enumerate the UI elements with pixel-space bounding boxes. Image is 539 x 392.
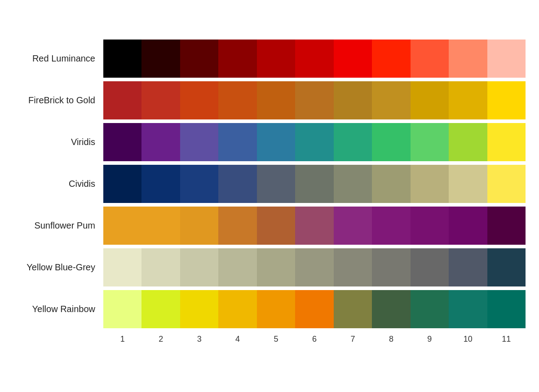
color-swatch — [218, 123, 256, 161]
axis-row: 1234567891011 — [13, 335, 526, 344]
color-swatch — [411, 40, 449, 78]
palette-label: Sunflower Pum — [13, 220, 103, 231]
color-swatch — [372, 248, 410, 286]
palette-label: Red Luminance — [13, 53, 103, 64]
color-swatch — [103, 207, 141, 245]
color-swatch — [487, 40, 526, 78]
color-swatch — [372, 290, 410, 328]
color-swatch — [295, 123, 333, 161]
color-swatch — [334, 165, 372, 203]
color-swatch — [449, 40, 487, 78]
axis-tick-label: 8 — [372, 335, 410, 344]
palette-label: Cividis — [13, 178, 103, 189]
color-swatch — [372, 40, 410, 78]
palette-swatches — [103, 290, 526, 328]
palette-row: FireBrick to Gold — [13, 81, 526, 119]
palette-swatches — [103, 207, 526, 245]
color-swatch — [449, 81, 487, 119]
palette-row: Viridis — [13, 123, 526, 161]
color-swatch — [411, 207, 449, 245]
color-swatch — [141, 40, 180, 78]
color-swatch — [487, 290, 526, 328]
color-swatch — [257, 207, 295, 245]
color-swatch — [295, 290, 333, 328]
color-swatch — [180, 290, 218, 328]
palette-swatches — [103, 40, 526, 78]
color-swatch — [218, 248, 256, 286]
axis-tick-label: 3 — [180, 335, 218, 344]
color-swatch — [180, 207, 218, 245]
color-swatch — [411, 123, 449, 161]
color-swatch — [103, 290, 141, 328]
color-swatch — [218, 81, 256, 119]
color-swatch — [449, 207, 487, 245]
color-swatch — [487, 207, 526, 245]
color-swatch — [257, 290, 295, 328]
palette-label: Yellow Rainbow — [13, 304, 103, 314]
color-swatch — [103, 165, 141, 203]
color-swatch — [180, 81, 218, 119]
color-swatch — [141, 81, 180, 119]
axis-tick-label: 9 — [411, 335, 449, 344]
axis-tick-label: 5 — [257, 335, 295, 344]
palette-row: Red Luminance — [13, 40, 526, 78]
color-swatch — [295, 40, 333, 78]
color-swatch — [449, 165, 487, 203]
color-swatch — [257, 123, 295, 161]
palette-label: Viridis — [13, 137, 103, 147]
axis-tick-label: 4 — [218, 335, 256, 344]
color-swatch — [449, 123, 487, 161]
axis-tick-label: 7 — [334, 335, 372, 344]
palette-swatches — [103, 81, 526, 119]
color-swatch — [141, 123, 180, 161]
color-swatch — [218, 165, 256, 203]
color-swatch — [295, 81, 333, 119]
axis-labels: 1234567891011 — [103, 335, 526, 344]
color-swatch — [180, 123, 218, 161]
palette-row: Cividis — [13, 165, 526, 203]
axis-tick-label: 1 — [103, 335, 141, 344]
color-swatch — [218, 207, 256, 245]
axis-tick-label: 11 — [487, 335, 526, 344]
palette-label: FireBrick to Gold — [13, 95, 103, 106]
palette-row: Yellow Blue-Grey — [13, 248, 526, 286]
color-swatch — [103, 81, 141, 119]
palette-swatches — [103, 248, 526, 286]
color-swatch — [487, 165, 526, 203]
axis-tick-label: 10 — [449, 335, 487, 344]
color-swatch — [487, 123, 526, 161]
color-swatch — [141, 248, 180, 286]
palette-swatches — [103, 123, 526, 161]
color-swatch — [487, 81, 526, 119]
color-swatch — [218, 290, 256, 328]
palette-row: Yellow Rainbow — [13, 290, 526, 328]
color-swatch — [141, 165, 180, 203]
color-swatch — [372, 207, 410, 245]
color-swatch — [334, 207, 372, 245]
color-swatch — [449, 290, 487, 328]
color-swatch — [372, 123, 410, 161]
color-swatch — [180, 40, 218, 78]
chart-container: Red LuminanceFireBrick to GoldViridisCiv… — [13, 40, 526, 344]
color-swatch — [103, 123, 141, 161]
color-swatch — [295, 248, 333, 286]
color-swatch — [103, 40, 141, 78]
color-swatch — [180, 248, 218, 286]
color-swatch — [141, 207, 180, 245]
color-swatch — [257, 40, 295, 78]
color-swatch — [103, 248, 141, 286]
color-swatch — [411, 165, 449, 203]
axis-tick-label: 6 — [295, 335, 333, 344]
color-swatch — [411, 81, 449, 119]
color-swatch — [218, 40, 256, 78]
color-swatch — [334, 123, 372, 161]
color-swatch — [334, 40, 372, 78]
color-swatch — [295, 207, 333, 245]
color-swatch — [411, 290, 449, 328]
color-swatch — [372, 165, 410, 203]
color-swatch — [257, 81, 295, 119]
axis-tick-label: 2 — [141, 335, 180, 344]
color-swatch — [295, 165, 333, 203]
color-swatch — [372, 81, 410, 119]
color-swatch — [141, 290, 180, 328]
